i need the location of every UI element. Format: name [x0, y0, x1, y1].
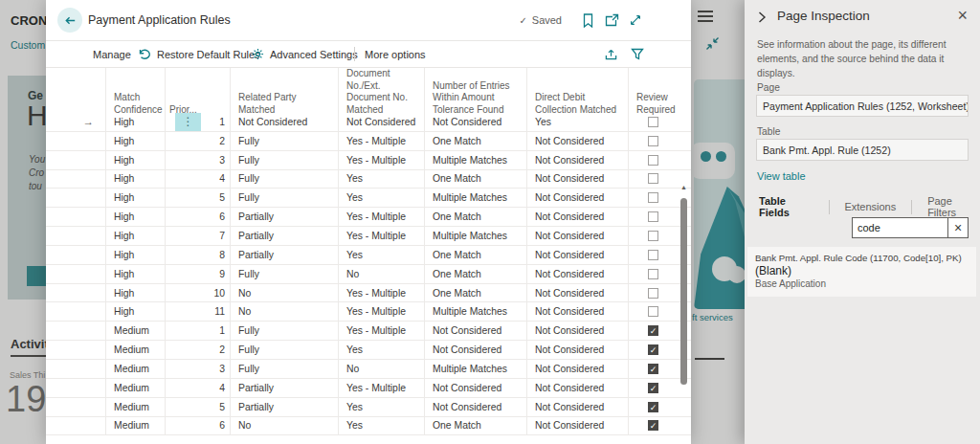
expand-icon[interactable]: [628, 12, 643, 28]
review-required-checkbox[interactable]: ✓: [648, 383, 658, 393]
services-link[interactable]: ft services: [692, 312, 733, 322]
document-no-cell[interactable]: Not Considered: [338, 113, 424, 131]
priority-cell[interactable]: 6: [165, 417, 230, 435]
column-header-entries[interactable]: Number of Entries Within Amount Toleranc…: [424, 68, 526, 120]
filter-icon[interactable]: [630, 47, 645, 62]
direct-debit-cell[interactable]: Not Considered: [526, 398, 628, 416]
table-row[interactable]: High7PartiallyYes - MultipleMultiple Mat…: [46, 227, 691, 246]
direct-debit-cell[interactable]: Not Considered: [526, 417, 628, 435]
document-no-cell[interactable]: Yes - Multiple: [338, 227, 424, 245]
row-selector-cell[interactable]: [46, 379, 105, 397]
table-row[interactable]: Medium4PartiallyYes - MultipleNot Consid…: [46, 379, 691, 398]
entries-cell[interactable]: One Match: [424, 284, 526, 302]
tab-table-fields[interactable]: Table Fields: [757, 195, 815, 218]
column-header-document-no[interactable]: Document No./Ext. Document No. Matched: [338, 68, 424, 120]
row-selector-cell[interactable]: [46, 284, 105, 302]
priority-cell[interactable]: 3: [165, 151, 230, 169]
table-row[interactable]: High5FullyYesMultiple MatchesNot Conside…: [46, 189, 691, 208]
related-party-cell[interactable]: Fully: [230, 151, 338, 169]
related-party-cell[interactable]: Fully: [230, 132, 338, 150]
related-party-cell[interactable]: Fully: [230, 360, 338, 378]
direct-debit-cell[interactable]: Not Considered: [526, 151, 628, 169]
row-selector-cell[interactable]: [46, 322, 105, 340]
related-party-cell[interactable]: No: [230, 284, 338, 302]
card-cta-button[interactable]: [27, 266, 46, 286]
direct-debit-cell[interactable]: Not Considered: [526, 284, 628, 302]
priority-cell[interactable]: 3: [165, 360, 230, 378]
match-confidence-cell[interactable]: High: [105, 151, 165, 169]
document-no-cell[interactable]: No: [338, 265, 424, 283]
table-row[interactable]: High11NoYes - MultipleMultiple MatchesNo…: [46, 302, 691, 322]
related-party-cell[interactable]: Fully: [230, 189, 338, 207]
direct-debit-cell[interactable]: Not Considered: [526, 322, 628, 340]
row-selector-cell[interactable]: [46, 132, 105, 150]
match-confidence-cell[interactable]: Medium: [105, 398, 165, 416]
entries-cell[interactable]: Not Considered: [424, 398, 526, 416]
tab-extensions[interactable]: Extensions: [842, 201, 898, 212]
review-required-checkbox[interactable]: ✓: [648, 364, 658, 374]
priority-cell[interactable]: 5: [165, 189, 230, 207]
table-row[interactable]: Medium6NoYesOne MatchNot Considered✓: [46, 417, 691, 436]
vertical-scrollbar[interactable]: ▲ ▼: [677, 184, 691, 444]
review-required-checkbox[interactable]: [648, 136, 658, 146]
entries-cell[interactable]: One Match: [424, 132, 526, 150]
table-row[interactable]: High10NoYes - MultipleOne MatchNot Consi…: [46, 284, 691, 303]
review-required-checkbox[interactable]: ✓: [648, 402, 658, 412]
document-no-cell[interactable]: No: [338, 360, 424, 378]
clear-search-icon[interactable]: ×: [947, 218, 968, 237]
open-in-window-icon[interactable]: [604, 12, 619, 28]
restore-default-rules-button[interactable]: Restore Default Rules: [137, 41, 260, 67]
sales-tile-value[interactable]: 19: [6, 379, 46, 420]
direct-debit-cell[interactable]: Not Considered: [526, 341, 628, 359]
direct-debit-cell[interactable]: Yes: [526, 113, 628, 131]
match-confidence-cell[interactable]: Medium: [105, 360, 165, 378]
row-selector-cell[interactable]: [46, 151, 105, 169]
direct-debit-cell[interactable]: Not Considered: [526, 189, 628, 207]
priority-cell[interactable]: 4: [165, 170, 230, 189]
row-selector-cell[interactable]: [46, 302, 105, 321]
priority-cell[interactable]: 1: [165, 322, 230, 340]
bookmark-icon[interactable]: [580, 12, 595, 28]
document-no-cell[interactable]: Yes: [338, 246, 424, 264]
match-confidence-cell[interactable]: High: [105, 227, 165, 245]
review-required-checkbox[interactable]: [648, 269, 658, 279]
entries-cell[interactable]: Multiple Matches: [424, 302, 526, 321]
table-row[interactable]: High6PartiallyYes - MultipleOne MatchNot…: [46, 208, 691, 227]
match-confidence-cell[interactable]: High: [105, 170, 165, 189]
table-row[interactable]: High3FullyYes - MultipleMultiple Matches…: [46, 151, 691, 170]
related-party-cell[interactable]: Fully: [230, 341, 338, 359]
advanced-settings-button[interactable]: Advanced Settings: [250, 41, 358, 67]
back-button[interactable]: [57, 8, 82, 33]
row-selector-cell[interactable]: [46, 227, 105, 245]
review-required-checkbox[interactable]: ✓: [648, 344, 658, 355]
priority-cell[interactable]: 11: [165, 302, 230, 321]
priority-cell[interactable]: 2: [165, 132, 230, 150]
view-table-link[interactable]: View table: [757, 170, 806, 182]
match-confidence-cell[interactable]: High: [105, 208, 165, 226]
direct-debit-cell[interactable]: Not Considered: [526, 379, 628, 397]
priority-cell[interactable]: 7: [165, 227, 230, 245]
review-required-checkbox[interactable]: [648, 288, 658, 299]
table-row[interactable]: High8PartiallyYesOne MatchNot Considered: [46, 246, 691, 265]
match-confidence-cell[interactable]: High: [105, 302, 165, 321]
nav-customers-link[interactable]: Custom: [11, 39, 46, 51]
related-party-cell[interactable]: Partially: [230, 379, 338, 397]
row-menu-icon[interactable]: ⋮: [175, 113, 201, 131]
match-confidence-cell[interactable]: High: [105, 189, 165, 207]
chevron-right-icon[interactable]: [756, 11, 768, 24]
field-result-item[interactable]: Bank Pmt. Appl. Rule Code (11700, Code[1…: [747, 247, 976, 297]
row-selector-cell[interactable]: [46, 398, 105, 416]
entries-cell[interactable]: One Match: [424, 246, 526, 264]
document-no-cell[interactable]: Yes - Multiple: [338, 132, 424, 150]
related-party-cell[interactable]: Partially: [230, 398, 338, 416]
more-options-button[interactable]: More options: [365, 41, 426, 67]
entries-cell[interactable]: Not Considered: [424, 341, 526, 359]
related-party-cell[interactable]: No: [230, 302, 338, 321]
entries-cell[interactable]: Multiple Matches: [424, 151, 526, 169]
table-row[interactable]: →High1Not ConsideredNot ConsideredNot Co…: [46, 113, 691, 132]
scrollbar-thumb[interactable]: [680, 198, 687, 385]
document-no-cell[interactable]: Yes: [338, 341, 424, 359]
table-row[interactable]: Medium5PartiallyYesNot ConsideredNot Con…: [46, 398, 691, 417]
manage-button[interactable]: Manage: [93, 41, 131, 67]
document-no-cell[interactable]: Yes: [338, 398, 424, 416]
